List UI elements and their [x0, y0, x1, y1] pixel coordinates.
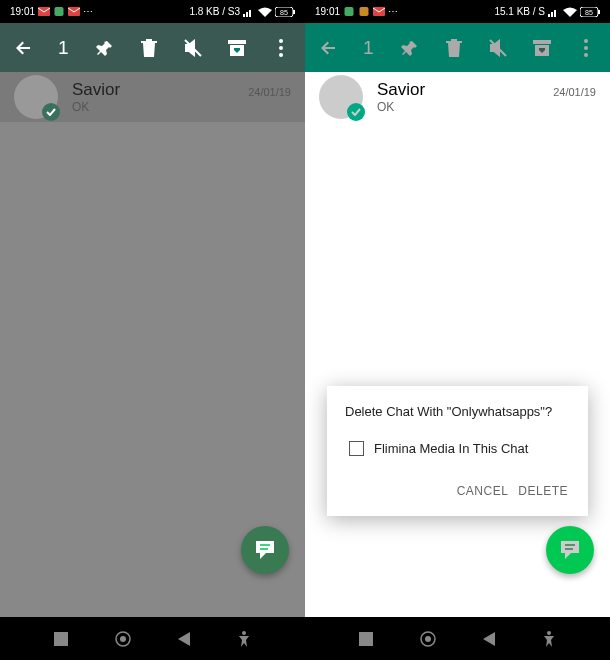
avatar [319, 75, 363, 119]
svg-rect-15 [345, 7, 354, 16]
navigation-bar [305, 617, 610, 660]
svg-rect-26 [359, 632, 373, 646]
status-time: 19:01 [315, 6, 340, 17]
gmail-icon [68, 7, 80, 16]
pin-button[interactable] [400, 38, 420, 58]
battery-icon: 85 [275, 7, 295, 17]
svg-point-10 [279, 53, 283, 57]
delete-dialog: Delete Chat With "Onlywhatsapps"? Flimin… [327, 386, 588, 516]
chat-name: Savior [72, 80, 248, 100]
selection-toolbar: 1 [305, 23, 610, 72]
svg-rect-11 [54, 632, 68, 646]
svg-rect-19 [598, 10, 600, 14]
svg-point-24 [584, 46, 588, 50]
status-bar: 19:01 ⋯ 1.8 KB / S3 85 [0, 0, 305, 23]
svg-rect-21 [533, 40, 551, 44]
wifi-icon [258, 7, 272, 17]
cancel-button[interactable]: CANCEL [455, 480, 511, 502]
nav-home-button[interactable] [115, 631, 131, 647]
pin-button[interactable] [95, 38, 115, 58]
delete-button[interactable] [139, 38, 159, 58]
checkbox-label: Flimina Media In This Chat [374, 441, 528, 456]
svg-point-28 [425, 636, 431, 642]
delete-confirm-button[interactable]: DELETE [516, 480, 570, 502]
svg-point-25 [584, 53, 588, 57]
avatar [14, 75, 58, 119]
chat-date: 24/01/19 [553, 86, 596, 98]
screen-left: 19:01 ⋯ 1.8 KB / S3 85 1 [0, 0, 305, 660]
nav-accessibility-button[interactable] [542, 631, 556, 647]
svg-text:85: 85 [280, 9, 288, 16]
nav-accessibility-button[interactable] [237, 631, 251, 647]
svg-point-13 [120, 636, 126, 642]
archive-button[interactable] [532, 38, 552, 58]
selected-check-icon [347, 103, 365, 121]
nav-back-button[interactable] [483, 632, 495, 646]
gmail-icon [373, 7, 385, 16]
delete-button[interactable] [444, 38, 464, 58]
archive-button[interactable] [227, 38, 247, 58]
chat-date: 24/01/19 [248, 86, 291, 98]
back-button[interactable] [14, 38, 34, 58]
back-button[interactable] [319, 38, 339, 58]
app-icon [343, 7, 355, 16]
svg-rect-6 [228, 40, 246, 44]
more-dots-icon: ⋯ [388, 6, 399, 17]
app-icon [358, 7, 370, 16]
chat-list-item[interactable]: Savior OK 24/01/19 [305, 72, 610, 122]
svg-point-29 [547, 631, 551, 635]
selection-count: 1 [363, 37, 374, 59]
svg-point-9 [279, 46, 283, 50]
navigation-bar [0, 617, 305, 660]
delete-media-checkbox[interactable] [349, 441, 364, 456]
nav-recents-button[interactable] [54, 632, 68, 646]
new-chat-fab[interactable] [241, 526, 289, 574]
svg-rect-4 [293, 10, 295, 14]
svg-point-23 [584, 39, 588, 43]
mute-button[interactable] [183, 38, 203, 58]
app-icon [53, 7, 65, 16]
more-menu-button[interactable] [576, 38, 596, 58]
chat-preview: OK [377, 100, 553, 114]
chat-name: Savior [377, 80, 553, 100]
nav-back-button[interactable] [178, 632, 190, 646]
chat-list-item[interactable]: Savior OK 24/01/19 [0, 72, 305, 122]
battery-icon: 85 [580, 7, 600, 17]
data-rate: 1.8 KB / S3 [189, 6, 240, 17]
svg-rect-1 [55, 7, 64, 16]
screen-right: 19:01 ⋯ 15.1 KB / S 85 1 [305, 0, 610, 660]
svg-rect-16 [360, 7, 369, 16]
status-bar: 19:01 ⋯ 15.1 KB / S 85 [305, 0, 610, 23]
selected-check-icon [42, 103, 60, 121]
data-rate: 15.1 KB / S [494, 6, 545, 17]
signal-icon [243, 7, 255, 17]
gmail-icon [38, 7, 50, 16]
svg-point-14 [242, 631, 246, 635]
svg-point-8 [279, 39, 283, 43]
nav-home-button[interactable] [420, 631, 436, 647]
selection-toolbar: 1 [0, 23, 305, 72]
nav-recents-button[interactable] [359, 632, 373, 646]
selection-count: 1 [58, 37, 69, 59]
mute-button[interactable] [488, 38, 508, 58]
more-dots-icon: ⋯ [83, 6, 94, 17]
dialog-title: Delete Chat With "Onlywhatsapps"? [345, 404, 570, 419]
status-time: 19:01 [10, 6, 35, 17]
signal-icon [548, 7, 560, 17]
wifi-icon [563, 7, 577, 17]
new-chat-fab[interactable] [546, 526, 594, 574]
chat-preview: OK [72, 100, 248, 114]
more-menu-button[interactable] [271, 38, 291, 58]
svg-text:85: 85 [585, 9, 593, 16]
